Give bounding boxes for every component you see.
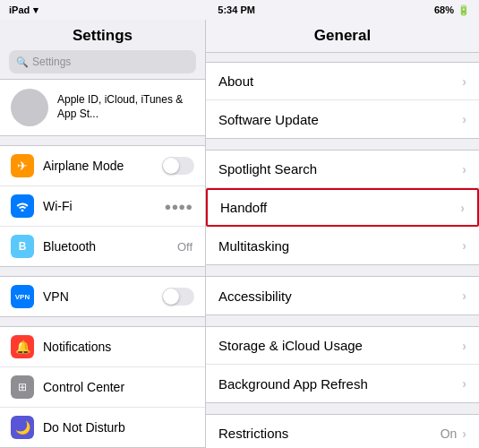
wifi-icon	[11, 194, 34, 218]
about-chevron: ›	[462, 74, 466, 89]
donotdisturb-icon: 🌙	[11, 416, 34, 439]
status-right: 68% 🔋	[434, 4, 470, 16]
search-icon: 🔍	[16, 56, 29, 68]
right-panel: General About › Software Update › Spotli…	[206, 20, 479, 448]
right-title: General	[215, 27, 470, 45]
search-bar[interactable]: 🔍 Settings	[9, 50, 196, 73]
search-placeholder: Settings	[32, 56, 71, 68]
settings-row-softwareupdate[interactable]: Software Update ›	[206, 100, 479, 138]
status-time: 5:34 PM	[218, 4, 255, 15]
spotlightsearch-chevron: ›	[462, 162, 466, 177]
sidebar-item-notifications[interactable]: 🔔 Notifications	[0, 327, 205, 367]
bluetooth-icon: B	[11, 235, 34, 258]
profile-name: Apple ID, iCloud, iTunes & App St...	[57, 93, 194, 121]
settings-row-about[interactable]: About ›	[206, 63, 479, 100]
main-layout: Settings 🔍 Settings Apple ID, iCloud, iT…	[0, 20, 479, 448]
profile-row[interactable]: Apple ID, iCloud, iTunes & App St...	[0, 79, 205, 136]
sidebar-group-vpn: VPN VPN	[0, 276, 205, 317]
settings-row-accessibility[interactable]: Accessibility ›	[206, 277, 479, 314]
settings-row-restrictions[interactable]: Restrictions On ›	[206, 415, 479, 448]
sidebar-item-controlcenter[interactable]: ⊞ Control Center	[0, 367, 205, 408]
controlcenter-icon: ⊞	[11, 375, 34, 399]
settings-group-restrictions: Restrictions On › Date & Time › wsxdn.co…	[206, 414, 479, 448]
right-content: About › Software Update › Spotlight Sear…	[206, 53, 479, 448]
spotlightsearch-label: Spotlight Search	[218, 161, 462, 177]
sidebar-item-donotdisturb[interactable]: 🌙 Do Not Disturb	[0, 408, 205, 447]
vpn-icon: VPN	[11, 285, 34, 308]
profile-text: Apple ID, iCloud, iTunes & App St...	[57, 93, 194, 121]
vpn-label: VPN	[43, 289, 153, 304]
settings-row-storageicloud[interactable]: Storage & iCloud Usage ›	[206, 327, 479, 365]
vpn-toggle[interactable]	[162, 288, 194, 306]
status-wifi-icon: ▾	[33, 4, 38, 16]
avatar	[11, 89, 48, 126]
accessibility-label: Accessibility	[218, 289, 462, 304]
airplane-toggle[interactable]	[162, 157, 194, 175]
bluetooth-label: Bluetooth	[43, 239, 168, 254]
backgroundapprefresh-chevron: ›	[462, 376, 466, 391]
airplane-label: Airplane Mode	[43, 159, 153, 173]
sidebar-item-vpn[interactable]: VPN VPN	[0, 277, 205, 316]
about-label: About	[218, 73, 462, 89]
settings-row-spotlightsearch[interactable]: Spotlight Search ›	[206, 151, 479, 188]
settings-row-multitasking[interactable]: Multitasking ›	[206, 227, 479, 264]
notifications-label: Notifications	[43, 340, 194, 354]
sidebar-item-airplane[interactable]: ✈ Airplane Mode	[0, 146, 205, 186]
sidebar: Settings 🔍 Settings Apple ID, iCloud, iT…	[0, 20, 206, 448]
right-header: General	[206, 20, 479, 53]
settings-group-storage: Storage & iCloud Usage › Background App …	[206, 326, 479, 403]
battery-icon: 🔋	[458, 4, 470, 16]
controlcenter-label: Control Center	[43, 380, 194, 394]
bluetooth-value: Off	[177, 240, 192, 254]
storageicloud-chevron: ›	[462, 339, 466, 353]
wifi-value: ●●●●	[165, 200, 192, 213]
handoff-chevron: ›	[460, 201, 465, 215]
sidebar-item-bluetooth[interactable]: B Bluetooth Off	[0, 227, 205, 266]
airplane-icon: ✈	[11, 154, 34, 177]
multitasking-chevron: ›	[462, 238, 466, 253]
donotdisturb-label: Do Not Disturb	[43, 420, 194, 435]
battery-percent: 68%	[434, 4, 454, 15]
sidebar-header: Settings 🔍 Settings	[0, 20, 205, 79]
backgroundapprefresh-label: Background App Refresh	[218, 376, 462, 392]
accessibility-chevron: ›	[462, 289, 466, 303]
wifi-label: Wi-Fi	[43, 199, 156, 213]
softwareupdate-label: Software Update	[218, 112, 462, 127]
sidebar-title: Settings	[9, 27, 196, 45]
multitasking-label: Multitasking	[218, 238, 462, 254]
sidebar-item-wifi[interactable]: Wi-Fi ●●●●	[0, 186, 205, 227]
settings-row-backgroundapprefresh[interactable]: Background App Refresh ›	[206, 365, 479, 402]
status-bar: iPad ▾ 5:34 PM 68% 🔋	[0, 0, 479, 20]
restrictions-chevron: ›	[462, 426, 466, 441]
settings-row-handoff[interactable]: Handoff ›	[206, 188, 479, 227]
sidebar-group-system: 🔔 Notifications ⊞ Control Center 🌙 Do No…	[0, 326, 205, 448]
restrictions-label: Restrictions	[218, 426, 441, 441]
settings-group-accessibility: Accessibility ›	[206, 276, 479, 315]
sidebar-group-connectivity: ✈ Airplane Mode Wi-Fi ●●●● B Bluetooth O…	[0, 145, 205, 267]
softwareupdate-chevron: ›	[462, 112, 466, 126]
storageicloud-label: Storage & iCloud Usage	[218, 338, 462, 353]
status-ipad: iPad	[9, 4, 30, 15]
restrictions-value: On	[441, 426, 458, 441]
settings-group-handoff: Spotlight Search › Handoff › Multitaskin…	[206, 150, 479, 265]
notifications-icon: 🔔	[11, 335, 34, 358]
status-left: iPad ▾	[9, 4, 38, 16]
settings-group-about: About › Software Update ›	[206, 62, 479, 139]
handoff-label: Handoff	[220, 200, 460, 215]
